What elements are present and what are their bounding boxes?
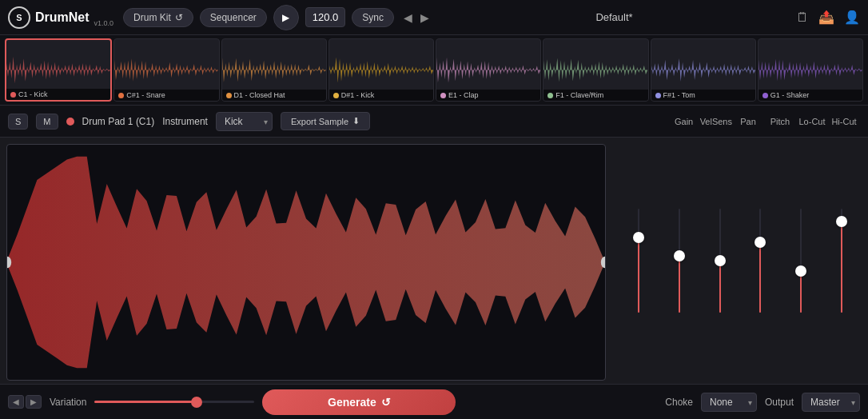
vslider-track-hi_cut: [841, 209, 842, 313]
drum-pad-label-c1: C1 - Kick: [6, 89, 110, 100]
vslider-fill-pitch: [759, 242, 761, 313]
drum-pad-c1[interactable]: C1 - Kick: [5, 38, 112, 102]
drum-pad-label-d#1: D#1 - Kick: [329, 90, 433, 101]
instrument-select-wrap: Kick Snare Hi-Hat Clap ▾: [216, 112, 273, 131]
vslider-track-pitch: [759, 209, 761, 313]
generate-button[interactable]: Generate ↺: [262, 389, 456, 415]
drum-pad-f#1[interactable]: F#1 - Tom: [651, 38, 756, 102]
vslider-thumb-lo_cut[interactable]: [795, 265, 806, 277]
drum-pad-label-c#1: C#1 - Snare: [114, 90, 218, 101]
choke-select[interactable]: None: [701, 393, 757, 412]
pad-dot-d1: [226, 93, 232, 98]
choke-select-wrap: None ▾: [701, 393, 757, 412]
waveform-display: [6, 144, 606, 381]
drum-pad-label-f1: F1 - Clave/Rim: [543, 90, 647, 101]
vslider-fill-velsens: [679, 256, 680, 313]
variation-slider-wrap: [94, 401, 254, 403]
vslider-wrap-velsens: [670, 144, 689, 377]
drum-kit-label: Drum Kit: [133, 12, 171, 23]
drum-pad-d1[interactable]: D1 - Closed Hat: [221, 38, 327, 102]
slider-col-gain: [629, 144, 648, 377]
drum-pad-label-f#1: F#1 - Tom: [651, 90, 755, 101]
preset-name: Default*: [439, 11, 790, 23]
header: S DrumNet v1.0.0 Drum Kit ↺ Sequencer ▶ …: [0, 0, 868, 35]
slider-col-lo_cut: [791, 144, 810, 377]
nav-prev-button[interactable]: ◀: [400, 10, 416, 26]
slider-col-hi_cut: [832, 144, 851, 377]
param-label-gain: Gain: [668, 117, 700, 126]
vslider-track-lo_cut: [800, 209, 802, 313]
pad-label-text-d#1: D#1 - Kick: [341, 91, 375, 99]
nav-arrows: ◀ ▶: [400, 10, 432, 26]
pad-label-text-e1: E1 - Clap: [448, 91, 479, 99]
sequencer-label: Sequencer: [210, 12, 257, 23]
header-icons: 🗒 📤 👤: [796, 10, 860, 25]
vslider-thumb-hi_cut[interactable]: [836, 216, 847, 227]
play-button[interactable]: ▶: [273, 5, 299, 30]
user-icon[interactable]: 👤: [844, 10, 860, 25]
pad-label-text-c1: C1 - Kick: [18, 90, 48, 98]
export-sample-label: Export Sample: [291, 117, 348, 126]
vslider-wrap-pitch: [751, 144, 770, 377]
pad-dot-c1: [10, 92, 16, 98]
output-select-wrap: Master ▾: [802, 393, 860, 412]
logo-text: DrumNet: [35, 10, 90, 25]
vslider-wrap-gain: [629, 144, 648, 377]
drum-pad-label-g1: G1 - Shaker: [759, 90, 862, 101]
pad-label-text-c#1: C#1 - Snare: [126, 91, 165, 99]
instrument-select[interactable]: Kick Snare Hi-Hat Clap: [216, 112, 273, 131]
bottom-nav-next[interactable]: ▶: [26, 395, 42, 409]
generate-label: Generate: [328, 396, 376, 409]
play-icon: ▶: [282, 12, 289, 23]
vslider-thumb-velsens[interactable]: [674, 250, 685, 261]
solo-button[interactable]: S: [8, 114, 28, 130]
logo: S DrumNet v1.0.0: [8, 6, 113, 29]
drum-pad-g1[interactable]: G1 - Shaker: [758, 38, 863, 102]
drum-pad-d#1[interactable]: D#1 - Kick: [328, 38, 434, 102]
nav-next-button[interactable]: ▶: [417, 10, 432, 26]
choke-label: Choke: [665, 397, 693, 408]
bottom-bar: ◀ ▶ Variation Generate ↺ Choke None ▾ Ou…: [0, 384, 868, 419]
sliders-row: [619, 138, 862, 384]
vslider-wrap-lo_cut: [791, 144, 810, 377]
output-label: Output: [765, 397, 794, 408]
slider-col-pan: [711, 144, 730, 377]
bottom-nav-prev[interactable]: ◀: [8, 395, 24, 409]
drum-pad-f1[interactable]: F1 - Clave/Rim: [543, 38, 648, 102]
sequencer-button[interactable]: Sequencer: [200, 8, 267, 27]
waveform-section: [0, 138, 612, 384]
vslider-thumb-pan[interactable]: [715, 255, 726, 266]
sync-button[interactable]: Sync: [352, 8, 394, 27]
vslider-wrap-hi_cut: [832, 144, 851, 377]
vslider-thumb-pitch[interactable]: [755, 237, 766, 248]
instrument-label: Instrument: [162, 116, 208, 127]
pad-dot-c#1: [118, 93, 124, 98]
param-label-velsens: VelSens: [700, 117, 732, 126]
vslider-fill-lo_cut: [800, 271, 802, 313]
notes-icon[interactable]: 🗒: [796, 10, 809, 25]
slider-col-pitch: [751, 144, 770, 377]
variation-label: Variation: [50, 397, 86, 408]
sliders-section: [612, 138, 868, 384]
slider-col-velsens: [670, 144, 689, 377]
pad-name: Drum Pad 1 (C1): [82, 116, 155, 127]
drum-pad-e1[interactable]: E1 - Clap: [436, 38, 541, 102]
main-area: [0, 138, 868, 384]
refresh-icon: ↺: [175, 12, 183, 23]
vslider-thumb-gain[interactable]: [633, 232, 644, 243]
download-icon: ⬇: [352, 116, 360, 126]
drum-kit-button[interactable]: Drum Kit ↺: [123, 8, 193, 27]
export-sample-button[interactable]: Export Sample ⬇: [281, 112, 370, 130]
bpm-display[interactable]: 120.0: [305, 7, 346, 27]
output-select[interactable]: Master: [802, 393, 860, 412]
pad-dot-d#1: [333, 93, 339, 98]
vslider-fill-hi_cut: [841, 221, 842, 313]
mute-button[interactable]: M: [36, 114, 58, 130]
bottom-nav: ◀ ▶: [8, 395, 42, 409]
param-label-pitch: Pitch: [764, 117, 796, 126]
vslider-track-velsens: [679, 209, 680, 313]
export-icon[interactable]: 📤: [818, 10, 834, 25]
drum-pad-c#1[interactable]: C#1 - Snare: [113, 38, 219, 102]
instrument-strip: S M Drum Pad 1 (C1) Instrument Kick Snar…: [0, 106, 868, 138]
variation-slider[interactable]: [94, 401, 254, 403]
